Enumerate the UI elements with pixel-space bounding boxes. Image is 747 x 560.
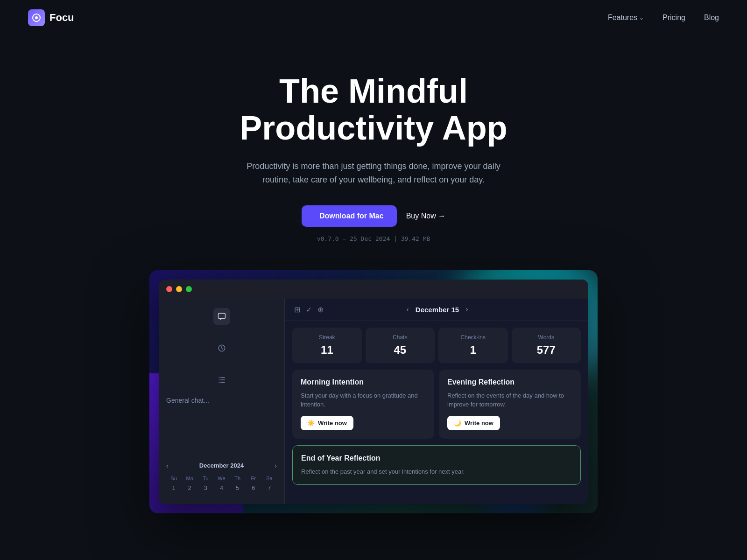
hero-cta: Download for Mac Buy Now → [9,205,738,227]
logo[interactable]: Focu [28,9,74,26]
cal-day-1[interactable]: 1 [166,483,181,493]
reflection-grid: Morning Intention Start your day with a … [285,370,588,445]
morning-title: Morning Intention [301,378,426,386]
end-year-desc: Reflect on the past year and set your in… [301,467,572,476]
cal-day-7[interactable]: 7 [262,483,277,493]
date-prev-button[interactable]: ‹ [406,305,409,314]
sidebar-icon-chat[interactable] [213,308,230,325]
current-date: December 15 [416,306,459,314]
calendar-month-year: December 2024 [199,462,244,469]
sidebar-icon-list[interactable] [213,371,230,388]
hero-title: The Mindful Productivity App [210,73,537,147]
cal-header-tu: Tu [198,474,213,483]
nav-features-link[interactable]: Features ⌄ [608,14,644,22]
stat-checkins-label: Check-ins [446,334,500,341]
cal-header-th: Th [230,474,245,483]
evening-title: Evening Reflection [447,378,572,386]
cal-header-fr: Fr [246,474,261,483]
download-button[interactable]: Download for Mac [302,205,397,227]
cal-day-3[interactable]: 3 [198,483,213,493]
traffic-light-green[interactable] [186,286,192,292]
moon-icon: 🌙 [454,420,461,427]
evening-desc: Reflect on the events of the day and how… [447,391,572,409]
stat-chats-value: 45 [373,343,428,357]
chevron-down-icon: ⌄ [639,14,644,21]
morning-desc: Start your day with a focus on gratitude… [301,391,426,409]
stat-words-label: Words [519,334,574,341]
checkmark-icon[interactable]: ✓ [306,305,312,314]
logo-text: Focu [49,12,74,24]
cal-header-mo: Mo [182,474,197,483]
hero-section: The Mindful Productivity App Productivit… [0,35,747,270]
sidebar-calendar: ‹ December 2024 › Su Mo Tu We Th Fr Sa [159,456,284,498]
traffic-light-yellow[interactable] [176,286,182,292]
cal-day-5[interactable]: 5 [230,483,245,493]
app-preview-wrapper: General chat... ‹ December 2024 › Su Mo … [0,270,747,513]
stat-streak-label: Streak [300,334,354,341]
evening-reflection-card: Evening Reflection Reflect on the events… [439,370,581,439]
stat-streak: Streak 11 [292,328,362,363]
main-header: ⊞ ✓ ⊕ ‹ December 15 › [285,299,588,321]
main-content: ⊞ ✓ ⊕ ‹ December 15 › [285,299,588,504]
stat-chats-label: Chats [373,334,428,341]
morning-intention-card: Morning Intention Start your day with a … [292,370,434,439]
cal-day-6[interactable]: 6 [246,483,261,493]
sun-icon: ☀️ [307,420,315,427]
evening-write-button[interactable]: 🌙 Write now [447,416,500,430]
nav-links: Features ⌄ Pricing Blog [608,14,719,22]
cal-day-2[interactable]: 2 [182,483,197,493]
date-navigation: ‹ December 15 › [406,305,468,314]
sidebar-icons [159,304,284,392]
calendar-header: ‹ December 2024 › [166,462,277,469]
nav-blog-link[interactable]: Blog [704,14,719,22]
stat-words: Words 577 [512,328,581,363]
stat-words-value: 577 [519,343,574,357]
sidebar-icon-clock[interactable] [213,340,230,357]
cal-header-we: We [214,474,229,483]
version-info: v0.7.0 — 25 Dec 2024 | 39.42 MB [9,235,738,242]
svg-rect-1 [218,313,225,318]
stat-streak-value: 11 [300,343,354,357]
nav-pricing-link[interactable]: Pricing [662,14,685,22]
calendar-next-button[interactable]: › [275,462,277,469]
calendar-grid: Su Mo Tu We Th Fr Sa 1 2 3 4 5 6 [166,474,277,493]
sidebar: General chat... ‹ December 2024 › Su Mo … [159,299,285,504]
stats-row: Streak 11 Chats 45 Check-ins 1 Words [285,321,588,370]
layout-icon[interactable]: ⊞ [294,305,300,314]
sidebar-chat-item[interactable]: General chat... [159,392,284,409]
navbar: Focu Features ⌄ Pricing Blog [0,0,747,35]
morning-write-button[interactable]: ☀️ Write now [301,416,353,430]
cal-day-4[interactable]: 4 [214,483,229,493]
hero-subtitle: Productivity is more than just getting t… [238,160,509,187]
stat-chats: Chats 45 [366,328,435,363]
mac-titlebar [159,280,588,299]
end-of-year-card: End of Year Reflection Reflect on the pa… [292,445,581,485]
calendar-prev-button[interactable]: ‹ [166,462,169,469]
logo-icon [28,9,45,26]
end-year-title: End of Year Reflection [301,454,572,462]
add-icon[interactable]: ⊕ [317,305,324,314]
stat-checkins: Check-ins 1 [438,328,508,363]
stat-checkins-value: 1 [446,343,500,357]
traffic-light-red[interactable] [166,286,172,292]
app-preview-background: General chat... ‹ December 2024 › Su Mo … [149,270,598,513]
mac-window: General chat... ‹ December 2024 › Su Mo … [159,280,588,504]
buy-now-button[interactable]: Buy Now → [406,212,445,220]
cal-header-sa: Sa [262,474,277,483]
date-next-button[interactable]: › [465,305,468,314]
cal-header-su: Su [166,474,181,483]
mac-content: General chat... ‹ December 2024 › Su Mo … [159,299,588,504]
